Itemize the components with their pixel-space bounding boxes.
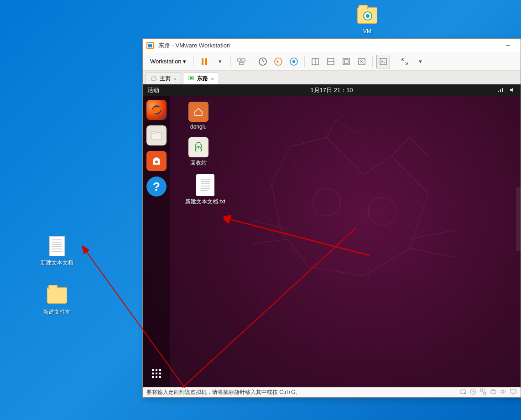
- harddisk-icon[interactable]: [459, 388, 467, 397]
- sound-icon[interactable]: [500, 388, 507, 397]
- svg-point-38: [464, 393, 466, 394]
- send-cad-button[interactable]: [234, 55, 248, 68]
- icon-label: 回收站: [176, 159, 221, 167]
- power-dropdown[interactable]: ▾: [213, 55, 227, 68]
- snapshot-button[interactable]: [256, 55, 270, 68]
- separator: [372, 56, 373, 67]
- ubuntu-textfile[interactable]: 新建文本文档.txt: [176, 174, 235, 206]
- stretch-dropdown[interactable]: ▾: [413, 55, 427, 68]
- separator: [230, 56, 231, 67]
- svg-rect-42: [484, 392, 486, 394]
- home-folder-icon: [188, 102, 208, 122]
- icon-label: 新建文本文档.txt: [176, 198, 235, 206]
- tab-home[interactable]: 主页 ×: [146, 73, 181, 84]
- activities-button[interactable]: 活动: [147, 86, 159, 94]
- svg-rect-17: [343, 58, 349, 65]
- minimize-button[interactable]: −: [499, 41, 517, 50]
- desktop-new-folder[interactable]: 新建文件夹: [36, 285, 78, 316]
- dock-firefox[interactable]: [146, 100, 167, 120]
- status-message: 要将输入定向到该虚拟机，请将鼠标指针移入其中或按 Ctrl+G。: [146, 389, 301, 396]
- view-split-button[interactable]: [324, 55, 338, 68]
- separator: [252, 56, 252, 67]
- volume-icon[interactable]: [509, 86, 516, 95]
- icon-label: 新建文本文档: [36, 259, 78, 267]
- folder-icon: [46, 285, 68, 306]
- view-unity-button[interactable]: [355, 55, 369, 68]
- icon-label: donglu: [176, 124, 221, 130]
- close-icon[interactable]: ×: [173, 76, 176, 82]
- svg-rect-5: [205, 58, 207, 65]
- svg-point-1: [366, 14, 370, 18]
- svg-point-12: [292, 60, 295, 63]
- printer-icon[interactable]: [490, 388, 497, 397]
- ubuntu-home-folder[interactable]: donglu: [176, 102, 221, 130]
- tab-vm[interactable]: 东路 ×: [183, 73, 219, 84]
- dock-help[interactable]: ?: [146, 176, 167, 197]
- display-icon[interactable]: [510, 388, 517, 397]
- svg-rect-44: [492, 389, 495, 391]
- textfile-icon: [196, 174, 214, 196]
- home-icon: [151, 75, 157, 83]
- dock-files[interactable]: [146, 125, 167, 145]
- svg-rect-22: [190, 77, 193, 79]
- cd-icon[interactable]: [469, 388, 477, 397]
- separator: [193, 56, 194, 67]
- network-adapter-icon[interactable]: [479, 388, 487, 397]
- stretch-button[interactable]: [398, 55, 412, 68]
- view-single-button[interactable]: [308, 55, 322, 68]
- ubuntu-topbar: 活动 1月17日 21：10: [143, 84, 521, 96]
- window-title: 东路 - VMware Workstation: [158, 41, 230, 50]
- ubuntu-desktop-area: ? donglu: [143, 96, 521, 387]
- chevron-down-icon: ▾: [183, 58, 186, 65]
- snapshot-manager-button[interactable]: [287, 55, 301, 68]
- view-fullscreen-button[interactable]: [339, 55, 353, 68]
- svg-rect-7: [242, 59, 245, 61]
- tab-bar: 主页 × 东路 ×: [143, 71, 521, 84]
- svg-point-40: [473, 391, 474, 393]
- svg-rect-20: [380, 58, 386, 65]
- svg-rect-18: [344, 60, 348, 63]
- dock-apps-button[interactable]: [146, 363, 167, 384]
- svg-rect-45: [511, 389, 516, 393]
- folder-icon: [356, 5, 378, 26]
- snapshot-revert-button[interactable]: [271, 55, 285, 68]
- desktop-textfile[interactable]: 新建文本文档: [36, 235, 78, 267]
- vmware-window: 东路 - VMware Workstation − Workstation ▾ …: [142, 38, 521, 398]
- svg-rect-28: [151, 131, 156, 134]
- textfile-icon: [46, 235, 68, 257]
- icon-label: VM: [347, 28, 388, 35]
- window-controls: −: [499, 41, 517, 50]
- clock[interactable]: 1月17日 21：10: [310, 86, 353, 94]
- status-bar: 要将输入定向到该虚拟机，请将鼠标指针移入其中或按 Ctrl+G。: [143, 387, 521, 397]
- svg-marker-30: [197, 146, 200, 149]
- svg-rect-41: [480, 389, 483, 391]
- svg-rect-6: [238, 59, 241, 61]
- desktop-folder-vm[interactable]: VM: [347, 5, 388, 35]
- pause-button[interactable]: [198, 55, 211, 68]
- workstation-menu[interactable]: Workstation ▾: [146, 56, 190, 67]
- apps-grid-icon: [152, 369, 161, 378]
- icon-label: 新建文件夹: [36, 308, 78, 316]
- svg-rect-43: [491, 391, 495, 394]
- ubuntu-desktop[interactable]: donglu 回收站 新建文本文档.txt: [170, 96, 521, 387]
- svg-rect-3: [148, 44, 152, 47]
- separator: [304, 56, 305, 67]
- toolbar: Workstation ▾ ▾: [143, 52, 521, 71]
- close-icon[interactable]: ×: [211, 76, 214, 82]
- svg-point-29: [155, 161, 158, 163]
- titlebar[interactable]: 东路 - VMware Workstation −: [143, 39, 521, 52]
- svg-rect-8: [240, 62, 243, 65]
- vmware-icon: [146, 42, 154, 49]
- trash-icon: [188, 137, 208, 157]
- guest-display[interactable]: 活动 1月17日 21：10: [143, 84, 521, 387]
- separator: [394, 56, 394, 67]
- ubuntu-trash[interactable]: 回收站: [176, 137, 221, 167]
- vm-icon: [188, 75, 194, 83]
- svg-rect-4: [202, 58, 203, 65]
- scrollbar[interactable]: [516, 187, 521, 251]
- dock-software[interactable]: [146, 151, 167, 171]
- network-icon[interactable]: [497, 86, 504, 95]
- ubuntu-dock: ?: [143, 96, 170, 387]
- console-button[interactable]: [376, 55, 390, 68]
